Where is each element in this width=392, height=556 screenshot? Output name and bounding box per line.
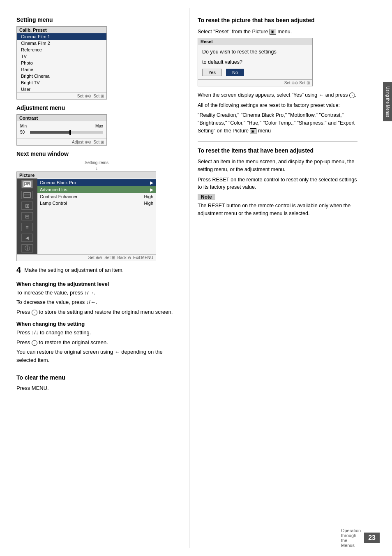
menu-item-photo[interactable]: Photo — [17, 60, 106, 66]
nmb-icon-5[interactable]: ≡ — [21, 223, 33, 231]
adjustment-line1: To increase the value, press ↑/→. — [16, 289, 177, 297]
nmb-label-advanced-iris: Advanced Iris — [40, 187, 67, 192]
adjustment-menu-title: Adjustment menu — [16, 104, 177, 111]
to-clear-text: Press MENU. — [16, 384, 177, 392]
nmb-value-lamp-control: High — [144, 201, 153, 206]
setting-items-label: Setting items — [16, 160, 177, 165]
adjustment-footer: Adjust:⊕⊖ Set:⊞ — [17, 139, 106, 145]
svg-marker-2 — [24, 184, 30, 187]
setting-line2: Press · to restore the original screen. — [16, 338, 177, 347]
nmb-header: Picture — [17, 172, 156, 178]
setting-menu-header: Calib. Preset — [17, 27, 106, 33]
divider-1 — [16, 369, 177, 369]
sidebar-tab-text: Using the Menus — [385, 86, 390, 117]
nmb-icon-3[interactable]: ⊞ — [21, 202, 33, 210]
adjustment-menu-box: Contrast Min Max 50 Adjust:⊕⊖ Set:⊞ — [16, 114, 107, 146]
right-column: To reset the picture that has been adjus… — [189, 8, 370, 548]
menu-item-cinema-film-1[interactable]: Cinema Film 1 — [17, 33, 106, 40]
left-column: Setting menu Calib. Preset Cinema Film 1… — [0, 8, 189, 548]
enter-icon-1: · — [32, 310, 37, 315]
when-changing-adjustment-title: When changing the adjustment level — [16, 281, 177, 287]
nmb-row-advanced-iris[interactable]: Advanced Iris ▶ — [37, 186, 156, 193]
nmb-label-contrast-enhancer: Contrast Enhancer — [40, 194, 78, 199]
reset-line1: Do you wish to reset the settings — [202, 48, 308, 56]
next-menu-box: Picture ⊞ ⊟ ≡ ◄ ⓘ Cinem — [16, 171, 156, 261]
nmb-arrow-advanced-iris: ▶ — [150, 187, 153, 192]
reset-para2: All of the following settings are reset … — [198, 102, 357, 109]
setting-menu-title: Setting menu — [16, 16, 177, 23]
adjustment-bar-thumb — [69, 130, 71, 135]
adjustment-line3: Press · to store the setting and restore… — [16, 308, 177, 316]
picture-icon-2: ▣ — [250, 128, 256, 134]
reset-line2: to default values? — [202, 58, 308, 66]
adjustment-labels: Min Max — [20, 124, 103, 128]
reset-para1: When the screen display appears, select … — [198, 91, 357, 99]
nmb-label-cinema-black-pro: Cinema Black Pro — [40, 180, 76, 185]
reset-yes-button[interactable]: Yes — [202, 69, 222, 76]
next-menu-window-title: Next menu window — [16, 151, 177, 157]
reset-picture-title: To reset the picture that has been adjus… — [198, 16, 357, 25]
reset-items-para1: Select an item in the menu screen, and d… — [198, 158, 357, 174]
nmb-sidebar: ⊞ ⊟ ≡ ◄ ⓘ — [17, 178, 37, 254]
reset-no-button[interactable]: No — [226, 69, 244, 76]
adjustment-value: 50 — [20, 130, 28, 134]
reset-items-para2: Press RESET on the remote control to res… — [198, 176, 357, 192]
menu-item-bright-tv[interactable]: Bright TV — [17, 79, 106, 86]
note-label: Note — [198, 194, 215, 200]
reset-para3: "Reality Creation," "Cinema Black Pro," … — [198, 111, 357, 134]
adjustment-header: Contrast — [17, 115, 106, 121]
nmb-icon-6[interactable]: ◄ — [21, 234, 33, 242]
enter-icon-3: · — [349, 93, 355, 98]
when-changing-setting-title: When changing the setting — [16, 321, 177, 327]
nmb-row-contrast-enhancer[interactable]: Contrast Enhancer High — [37, 193, 156, 200]
to-clear-title: To clear the menu — [16, 374, 177, 381]
picture-icon: ▣ — [270, 29, 276, 35]
adjustment-bar-fill — [30, 131, 70, 134]
menu-item-bright-cinema[interactable]: Bright Cinema — [17, 73, 106, 79]
bottom-bar: Operation through the Menus 23 — [343, 528, 392, 548]
nmb-icon-picture[interactable] — [21, 180, 33, 188]
menu-item-game[interactable]: Game — [17, 66, 106, 73]
nmb-value-contrast-enhancer: High — [144, 194, 153, 199]
adjustment-bar-track — [30, 131, 103, 134]
menu-item-user[interactable]: User — [17, 86, 106, 93]
adj-min-label: Min — [20, 124, 27, 128]
nmb-arrow-cinema-black-pro: ▶ — [150, 180, 153, 185]
reset-box-header: Reset — [198, 38, 312, 45]
reset-items-title: To reset the items that have been adjust… — [198, 147, 357, 155]
enter-icon-2: · — [32, 340, 37, 346]
setting-line1: Press ↑/↓ to change the setting. — [16, 329, 177, 337]
setting-menu-footer: Set:⊕⊖ Set:⊞ — [17, 93, 106, 99]
nmb-icon-4[interactable]: ⊟ — [21, 212, 33, 220]
bottom-text: Operation through the Menus — [341, 528, 361, 548]
adjustment-body: Min Max 50 — [17, 121, 106, 139]
menu-item-cinema-film-2[interactable]: Cinema Film 2 — [17, 40, 106, 46]
nmb-footer: Set:⊕⊖ Set:⊞ Back:⊖ Exit:MENU — [17, 254, 156, 261]
svg-point-1 — [25, 183, 26, 184]
setting-items-arrow: ↓ — [16, 166, 177, 171]
menu-item-reference[interactable]: Reference — [17, 46, 106, 53]
page-number: 23 — [364, 533, 380, 543]
nmb-body: ⊞ ⊟ ≡ ◄ ⓘ Cinema Black Pro ▶ Advanced Ir… — [17, 178, 156, 254]
reset-picture-section: To reset the picture that has been adjus… — [198, 16, 357, 135]
nmb-content: Cinema Black Pro ▶ Advanced Iris ▶ Contr… — [37, 178, 156, 254]
nmb-icon-7[interactable]: ⓘ — [21, 244, 33, 253]
nmb-icon-2[interactable] — [21, 191, 33, 199]
reset-box-body: Do you wish to reset the settings to def… — [198, 45, 312, 79]
reset-buttons: Yes No — [202, 69, 308, 76]
divider-2 — [198, 141, 357, 142]
svg-text:▣: ▣ — [251, 129, 255, 133]
nmb-label-lamp-control: Lamp Control — [40, 201, 67, 206]
svg-text:▣: ▣ — [271, 30, 274, 34]
reset-dialog-box: Reset Do you wish to reset the settings … — [198, 38, 313, 86]
setting-menu-box: Calib. Preset Cinema Film 1 Cinema Film … — [16, 26, 107, 100]
reset-picture-intro: Select "Reset" from the Picture ▣ menu. — [198, 28, 357, 36]
reset-items-section: To reset the items that have been adjust… — [198, 147, 357, 218]
menu-item-tv[interactable]: TV — [17, 53, 106, 60]
step4-container: 4 Make the setting or adjustment of an i… — [16, 266, 177, 276]
setting-line3: You can restore the original screen usin… — [16, 348, 177, 364]
nmb-row-lamp-control[interactable]: Lamp Control High — [37, 200, 156, 206]
reset-box-footer: Set:⊕⊖ Set:⊞ — [198, 79, 312, 86]
sidebar-tab: Using the Menus — [383, 82, 392, 121]
nmb-row-cinema-black-pro[interactable]: Cinema Black Pro ▶ — [37, 179, 156, 186]
